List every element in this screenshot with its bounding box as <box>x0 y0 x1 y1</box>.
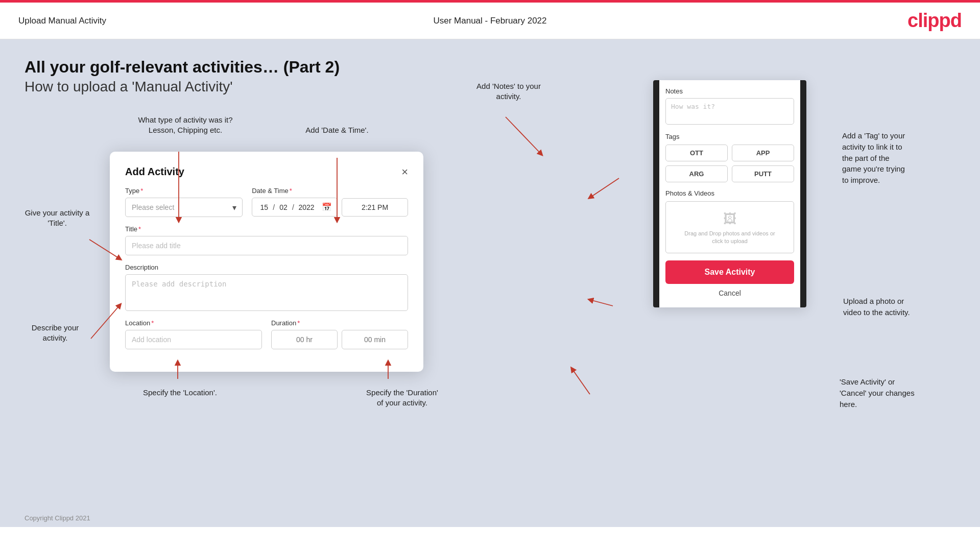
heading-line1: All your golf-relevant activities… (Part… <box>25 58 955 77</box>
calendar-icon: 📅 <box>322 202 332 212</box>
tags-label: Tags <box>665 133 794 140</box>
location-label: Location* <box>125 319 262 327</box>
dialog-header: Add Activity × <box>125 166 408 178</box>
form-row-type-datetime: Type* Please select Date & Time* / <box>125 187 408 217</box>
phone-inner: Notes Tags OTT APP ARG PUTT Photos & Vid… <box>659 80 800 307</box>
duration-hr-input[interactable] <box>271 330 338 349</box>
annotation-duration: Specify the 'Duration' of your activity. <box>337 388 467 409</box>
main-content: All your golf-relevant activities… (Part… <box>0 39 980 509</box>
date-day-input[interactable] <box>257 203 271 211</box>
title-input[interactable] <box>125 236 408 255</box>
logo: clippd <box>907 10 962 32</box>
photos-upload-text: Drag and Drop photos and videos or click… <box>684 230 775 246</box>
annotation-upload: Upload a photo or video to the activity. <box>843 296 966 318</box>
form-row-location-duration: Location* Duration* <box>125 319 408 349</box>
notes-textarea[interactable] <box>665 98 794 125</box>
photos-upload-area[interactable]: 🖼 Drag and Drop photos and videos or cli… <box>665 201 794 253</box>
notes-label: Notes <box>665 87 794 95</box>
phone-panel: Notes Tags OTT APP ARG PUTT Photos & Vid… <box>653 80 806 307</box>
dialog-title: Add Activity <box>125 166 184 178</box>
svg-line-7 <box>590 178 619 198</box>
duration-min-input[interactable] <box>342 330 408 349</box>
form-group-duration: Duration* <box>271 319 408 349</box>
page-title: Upload Manual Activity <box>18 16 106 26</box>
manual-subtitle: User Manual - February 2022 <box>433 16 546 26</box>
tag-putt[interactable]: PUTT <box>732 165 794 182</box>
form-group-title: Title* <box>125 225 408 255</box>
copyright-text: Copyright Clippd 2021 <box>25 514 90 522</box>
footer: Copyright Clippd 2021 <box>0 509 980 527</box>
annotation-what-type: What type of activity was it? Lesson, Ch… <box>127 115 244 136</box>
date-picker[interactable]: / / 📅 <box>252 198 338 217</box>
svg-line-6 <box>506 117 541 154</box>
annotation-describe: Describe your activity. <box>14 323 96 344</box>
form-group-description: Description <box>125 263 408 311</box>
duration-label: Duration* <box>271 319 408 327</box>
description-label: Description <box>125 263 408 271</box>
tags-grid: OTT APP ARG PUTT <box>665 145 794 182</box>
top-bar: Upload Manual Activity User Manual - Feb… <box>0 3 980 39</box>
svg-line-8 <box>590 300 613 306</box>
date-month-input[interactable] <box>277 203 290 211</box>
location-input[interactable] <box>125 330 262 349</box>
type-label: Type* <box>125 187 243 195</box>
type-select-wrapper: Please select <box>125 198 243 217</box>
description-textarea[interactable] <box>125 274 408 311</box>
annotation-date-time: Add 'Date & Time'. <box>286 125 388 135</box>
phone-bar-left <box>653 80 659 307</box>
dialog-close-button[interactable]: × <box>401 166 408 178</box>
annotation-give-title: Give your activity a 'Title'. <box>16 208 98 229</box>
form-group-location: Location* <box>125 319 262 349</box>
add-activity-dialog: Add Activity × Type* Please select Date … <box>110 152 423 372</box>
duration-inputs <box>271 330 408 349</box>
photo-icon: 🖼 <box>723 211 736 227</box>
cancel-link[interactable]: Cancel <box>665 289 794 297</box>
datetime-label: Date & Time* <box>252 187 408 195</box>
tag-arg[interactable]: ARG <box>665 165 728 182</box>
tag-app[interactable]: APP <box>732 145 794 161</box>
annotation-tag: Add a 'Tag' to your activity to link it … <box>842 130 965 186</box>
annotation-save: 'Save Activity' or 'Cancel' your changes… <box>840 376 970 410</box>
date-year-input[interactable] <box>296 203 317 211</box>
type-select[interactable]: Please select <box>125 198 243 217</box>
tag-ott[interactable]: OTT <box>665 145 728 161</box>
photos-label: Photos & Videos <box>665 189 794 197</box>
title-label: Title* <box>125 225 408 233</box>
svg-line-9 <box>572 369 590 394</box>
save-activity-button[interactable]: Save Activity <box>665 260 794 284</box>
phone-bar-right <box>800 80 806 307</box>
time-input[interactable] <box>342 198 408 217</box>
form-group-type: Type* Please select <box>125 187 243 217</box>
annotation-notes: Add 'Notes' to your activity. <box>447 81 570 102</box>
annotation-location: Specify the 'Location'. <box>123 388 237 398</box>
form-group-datetime: Date & Time* / / 📅 <box>252 187 408 217</box>
